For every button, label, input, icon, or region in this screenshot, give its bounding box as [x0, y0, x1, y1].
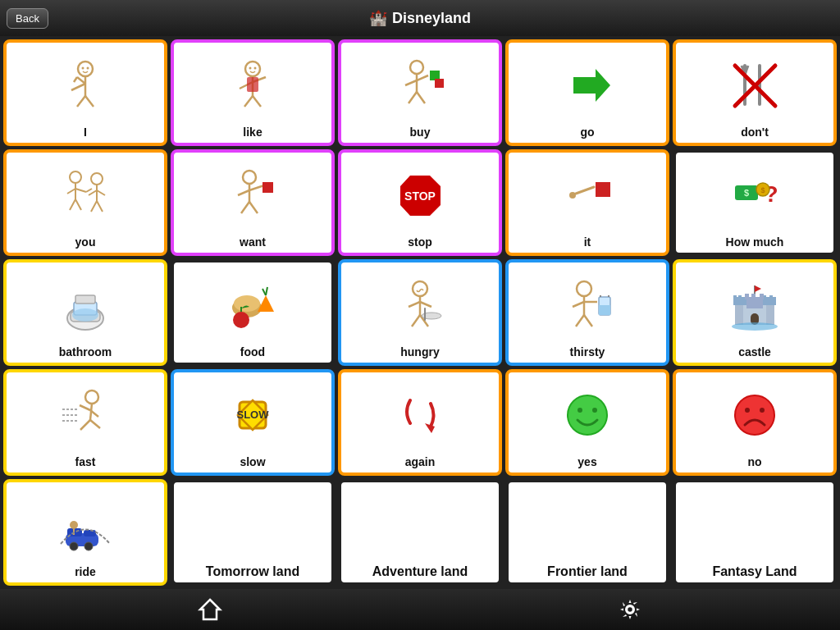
svg-point-38	[91, 173, 103, 185]
svg-point-124	[735, 395, 774, 435]
svg-line-33	[67, 189, 75, 194]
cell-it[interactable]: it	[505, 149, 669, 256]
svg-point-11	[253, 67, 256, 70]
svg-line-16	[253, 96, 261, 107]
svg-line-15	[244, 96, 253, 107]
svg-point-31	[70, 171, 81, 183]
svg-line-113	[90, 420, 100, 428]
svg-line-42	[91, 201, 97, 212]
svg-line-4	[71, 84, 85, 90]
svg-rect-55	[596, 182, 610, 197]
svg-rect-129	[84, 530, 96, 536]
svg-point-0	[78, 62, 93, 76]
cell-go[interactable]: go	[505, 39, 669, 146]
svg-line-76	[420, 302, 431, 307]
svg-line-86	[584, 315, 592, 326]
cell-tomorrowland[interactable]: Tomorrow land	[171, 479, 335, 586]
svg-line-112	[80, 420, 90, 430]
svg-text:$: $	[760, 186, 765, 194]
home-button[interactable]	[128, 596, 292, 623]
svg-text:$: $	[743, 188, 748, 198]
svg-point-2	[86, 67, 89, 70]
svg-point-130	[70, 521, 78, 529]
cell-bathroom[interactable]: bathroom	[3, 259, 167, 366]
svg-point-123	[592, 408, 597, 413]
footer	[0, 589, 840, 630]
cell-fast[interactable]: fast	[3, 369, 167, 476]
cell-thirsty[interactable]: thirsty	[505, 259, 669, 366]
grid-area: I like	[0, 36, 840, 589]
cell-hungry[interactable]: hungry	[338, 259, 502, 366]
cell-buy[interactable]: buy	[338, 39, 502, 146]
svg-line-41	[97, 190, 105, 195]
svg-line-36	[70, 199, 75, 210]
cell-like[interactable]: like	[171, 39, 335, 146]
svg-line-20	[405, 80, 417, 85]
cell-i[interactable]: I	[3, 39, 167, 146]
svg-line-6	[74, 77, 77, 82]
cell-howmuch[interactable]: $ ? $ How much	[673, 149, 837, 256]
svg-point-18	[410, 61, 423, 74]
svg-line-7	[77, 96, 85, 107]
svg-line-48	[241, 202, 249, 213]
cell-again[interactable]: again	[338, 369, 502, 476]
svg-line-85	[576, 315, 584, 326]
svg-rect-17	[247, 77, 258, 92]
cell-castle[interactable]: castle	[673, 259, 837, 366]
svg-point-67	[234, 295, 260, 312]
svg-line-5	[77, 77, 85, 84]
cell-ride[interactable]: ride	[3, 479, 167, 586]
svg-point-133	[84, 542, 93, 550]
svg-line-21	[417, 75, 428, 80]
svg-rect-98	[769, 295, 773, 299]
back-button[interactable]: Back	[7, 8, 48, 29]
svg-rect-64	[75, 295, 95, 304]
cell-dont[interactable]: don't	[673, 39, 837, 146]
svg-point-44	[243, 171, 256, 184]
svg-marker-26	[573, 69, 610, 102]
settings-button[interactable]	[548, 596, 712, 623]
svg-line-34	[75, 189, 86, 192]
svg-line-35	[86, 189, 92, 192]
cell-want[interactable]: want	[171, 149, 335, 256]
svg-line-37	[75, 199, 81, 210]
cell-fantasyland[interactable]: Fantasy Land	[673, 479, 837, 586]
svg-rect-102	[745, 294, 749, 299]
svg-point-1	[81, 67, 84, 70]
svg-point-132	[70, 542, 78, 550]
svg-point-71	[233, 312, 249, 328]
cell-adventureland[interactable]: Adventure land	[338, 479, 502, 586]
svg-line-40	[89, 190, 97, 195]
svg-line-23	[417, 92, 425, 103]
cell-food[interactable]: food	[171, 259, 335, 366]
svg-line-70	[266, 287, 267, 295]
svg-point-125	[745, 408, 750, 413]
svg-rect-94	[738, 295, 742, 299]
svg-rect-50	[262, 182, 273, 193]
cell-slow[interactable]: SLOW slow	[171, 369, 335, 476]
cell-frontierland[interactable]: Frontier land	[505, 479, 669, 586]
cell-you[interactable]: you	[3, 149, 167, 256]
svg-line-83	[573, 302, 584, 307]
cell-no[interactable]: no	[673, 369, 837, 476]
svg-point-81	[577, 281, 591, 296]
svg-line-53	[576, 187, 594, 194]
svg-text:SLOW: SLOW	[236, 409, 269, 421]
svg-rect-93	[733, 295, 737, 299]
svg-text:STOP: STOP	[404, 189, 436, 203]
svg-line-22	[409, 92, 417, 103]
cell-yes[interactable]: yes	[505, 369, 669, 476]
svg-point-122	[578, 408, 582, 413]
svg-line-46	[238, 190, 249, 195]
svg-marker-106	[755, 285, 761, 292]
svg-point-136	[627, 606, 633, 613]
svg-rect-25	[435, 79, 444, 88]
svg-point-108	[85, 390, 98, 404]
svg-line-75	[409, 302, 420, 307]
svg-point-121	[568, 395, 607, 435]
cell-stop[interactable]: STOP stop	[338, 149, 502, 256]
svg-point-73	[413, 281, 427, 296]
svg-marker-134	[200, 600, 220, 619]
svg-line-8	[85, 96, 94, 107]
svg-point-10	[249, 67, 251, 70]
